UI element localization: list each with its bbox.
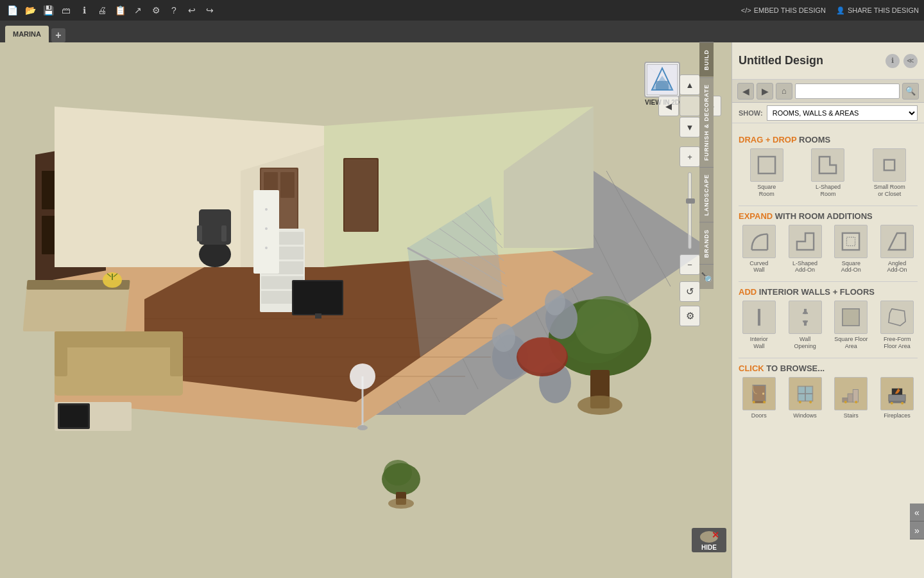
freeform-floor-item[interactable]: Free-FormFloor Area [877,301,918,350]
small-room-item[interactable]: Small Roomor Closet [861,148,918,198]
svg-point-112 [762,392,764,394]
embed-code-icon: </> [741,6,751,14]
print-icon[interactable]: 🖨 [95,3,109,17]
svg-point-71 [492,324,515,352]
panel-header: Untitled Design ℹ ≪ [732,42,924,80]
svg-rect-34 [345,159,377,232]
panel-search-button[interactable]: 🔍 [902,83,919,100]
settings-button[interactable]: ⚙ [680,306,700,326]
svg-point-114 [763,401,766,403]
fireplaces-label: Fireplaces [884,412,911,419]
wall-opening-icon [789,301,822,334]
info-panel-icon[interactable]: ℹ [886,54,900,68]
main-area: VIEW IN 2D ▲ ◀ ▶ ▼ + − ↺ [0,42,924,578]
nav-home-button[interactable]: ⌂ [776,83,792,100]
nav-up-button[interactable]: ▲ [680,74,700,95]
svg-rect-56 [55,335,67,376]
square-addon-item[interactable]: SquareAdd-On [831,225,872,274]
add-tab-button[interactable]: + [51,28,65,42]
settings-icon[interactable]: ⚙ [149,3,163,17]
angled-addon-item[interactable]: AngledAdd-On [877,225,918,274]
svg-rect-42 [293,281,342,314]
svg-rect-96 [758,157,775,173]
svg-point-78 [350,363,375,389]
svg-rect-102 [843,233,859,250]
save-icon[interactable]: 💾 [41,3,55,17]
windows-item[interactable]: Windows [785,377,826,419]
toolbar: 📄 📂 💾 🗃 ℹ 🖨 📋 ↗ ⚙ ? ↩ ↪ </> EMBED THIS D… [0,0,924,21]
tab-bar: MARINA + [0,21,924,42]
collapse-panel-icon[interactable]: ≪ [903,54,918,68]
divider1 [739,206,918,206]
doors-icon [742,377,776,410]
search-tab[interactable]: 🔍 [699,264,714,289]
embed-design-button[interactable]: </> EMBED THIS DESIGN [741,6,826,14]
drag-rooms-title: DRAG + DROP ROOMS [739,135,918,144]
nav-down-button[interactable]: ▼ [680,117,700,137]
svg-rect-98 [884,160,894,170]
right-panel: Untitled Design ℹ ≪ ◀ ▶ ⌂ 🔍 SHOW: ROOMS,… [732,42,924,578]
show-select[interactable]: ROOMS, WALLS & AREAS [767,105,918,121]
info-icon[interactable]: ℹ [77,3,91,17]
wall-opening-item[interactable]: WallOpening [785,301,826,350]
svg-point-124 [855,401,858,403]
fireplaces-icon [880,377,914,410]
new-file-icon[interactable]: 📄 [5,3,19,17]
zoom-slider[interactable] [688,172,692,249]
nav-back-button[interactable]: ◀ [737,83,754,100]
export-icon[interactable]: ↗ [131,3,145,17]
open-file-icon[interactable]: 📂 [23,3,37,17]
nav-left-button[interactable]: ◀ [658,96,679,116]
undo-icon[interactable]: ↩ [185,3,199,17]
toolbar-left: 📄 📂 💾 🗃 ℹ 🖨 📋 ↗ ⚙ ? ↩ ↪ [5,3,217,17]
help-icon[interactable]: ? [167,3,181,17]
marina-tab[interactable]: MARINA [5,26,49,42]
stairs-item[interactable]: Stairs [831,377,872,419]
zoom-in-button[interactable]: + [680,146,700,167]
save-as-icon[interactable]: 🗃 [59,3,73,17]
hide-button[interactable]: ✕ HIDE [692,528,726,552]
doors-label: Doors [751,412,767,419]
brands-tab[interactable]: BRANDS [699,222,714,265]
redo-icon[interactable]: ↪ [203,3,217,17]
stairs-icon [834,377,868,410]
l-shaped-addon-icon [789,225,822,258]
doors-item[interactable]: Doors [739,377,780,419]
l-shaped-room-label: L-ShapedRoom [816,184,841,198]
print2-icon[interactable]: 📋 [113,3,127,17]
fireplaces-item[interactable]: Fireplaces [877,377,918,419]
panel-content: DRAG + DROP ROOMS SquareRoom [732,123,924,578]
square-floor-icon [834,301,868,334]
svg-point-90 [388,498,414,509]
collapse-down-button[interactable]: » [910,521,924,539]
square-room-icon [750,148,783,182]
nav-forward-button[interactable]: ▶ [757,83,773,100]
square-room-item[interactable]: SquareRoom [739,148,795,198]
build-tab[interactable]: BUILD [699,42,714,77]
svg-marker-97 [819,157,836,173]
svg-point-46 [265,227,268,230]
canvas-area[interactable]: VIEW IN 2D ▲ ◀ ▶ ▼ + − ↺ [0,42,732,578]
nav-center-button[interactable] [680,96,700,116]
panel-header-icons: ℹ ≪ [886,54,918,68]
interior-wall-item[interactable]: InteriorWall [739,301,780,350]
share-design-button[interactable]: 👤 SHARE THIS DESIGN [836,6,919,15]
landscape-tab[interactable]: LANDSCAPE [699,167,714,222]
square-floor-item[interactable]: Square FloorArea [831,301,872,350]
divider2 [739,281,918,282]
windows-label: Windows [793,412,817,419]
windows-icon [789,377,822,410]
curved-wall-item[interactable]: CurvedWall [739,225,780,274]
panel-search-input[interactable] [795,83,900,99]
furnish-tab[interactable]: FURNISH & DECORATE [699,77,714,167]
refresh-button[interactable]: ↺ [680,281,700,302]
drag-rooms-grid: SquareRoom L-ShapedRoom [739,148,918,198]
collapse-up-button[interactable]: « [910,504,924,521]
expand-title: EXPAND WITH ROOM ADDITIONS [739,211,918,221]
svg-rect-125 [889,394,905,401]
zoom-out-button[interactable]: − [680,254,700,275]
room-scene [0,42,732,578]
l-shaped-addon-item[interactable]: L-ShapedAdd-On [785,225,826,274]
l-shaped-room-item[interactable]: L-ShapedRoom [800,148,857,198]
square-room-label: SquareRoom [757,184,776,198]
